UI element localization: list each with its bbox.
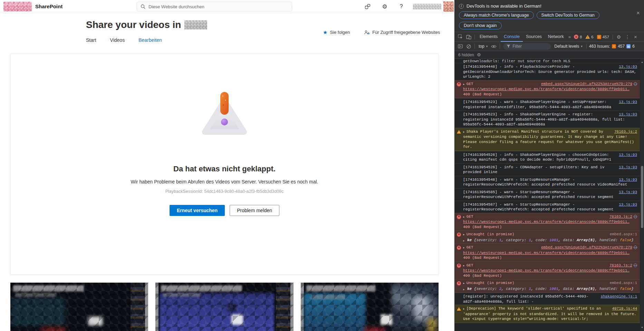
console-message[interactable]: !49719.js:44▶[Deprecation] The keyword '… — [455, 305, 640, 323]
video-thumbnail[interactable] — [10, 283, 148, 331]
tab-sources[interactable]: Sources — [523, 32, 545, 42]
expand-icon[interactable]: ▶ — [463, 82, 465, 86]
video-thumbnail[interactable] — [155, 283, 293, 331]
console-message[interactable]: ×embed.aspx:1▶Uncaught (in promise)▶ke {… — [455, 230, 640, 244]
issues-icon: ! — [612, 44, 616, 48]
request-url-link[interactable]: https://westeurope1-mediap.svc.ms/transf… — [463, 250, 637, 256]
expand-icon[interactable]: ▶ — [463, 238, 464, 244]
expand-icon[interactable]: ▶ — [463, 263, 465, 268]
expand-icon[interactable]: ▶ — [463, 246, 465, 250]
expand-icon[interactable]: ▶ — [463, 307, 465, 311]
error-count-badge[interactable]: × 8 — [574, 35, 582, 39]
source-link[interactable]: 76163.js:2 — [609, 263, 632, 268]
scrollbar-thumb[interactable] — [641, 166, 643, 228]
console-message[interactable]: ×76163.js:2▶GEThttps://westeurope1-media… — [455, 262, 640, 280]
source-link[interactable]: 13.js:93 — [619, 202, 637, 207]
source-link[interactable]: embed.aspx:1 — [610, 281, 637, 286]
source-link[interactable]: 13.js:93 — [619, 190, 637, 195]
expand-icon[interactable]: ▶ — [463, 215, 465, 219]
source-link[interactable]: embed.aspx?UniqueId=…af%22%3Atrue%7D:279 — [541, 82, 632, 87]
console-message: getDownloadUrls: filter out source for t… — [455, 59, 640, 63]
console-message: 13.js:93[1741613954587] - warn - Startup… — [455, 201, 640, 213]
expand-icon[interactable]: ▶ — [463, 233, 465, 237]
dont-show-again-button[interactable]: Don't show again — [459, 22, 502, 29]
follow-toggle[interactable]: ★ Sie folgen — [323, 30, 350, 35]
console-message[interactable]: ×embed.aspx?UniqueId=…af%22%3Atrue%7D:27… — [455, 80, 640, 98]
console-message[interactable]: !76163.js:2▶Shaka Player's internal Mani… — [455, 128, 640, 151]
nav-item-bearbeiten[interactable]: Bearbeiten — [138, 37, 162, 43]
source-link[interactable]: embed.aspx?UniqueId=…af%22%3Atrue%7D:279 — [541, 245, 632, 250]
live-expression-eye-icon[interactable] — [490, 42, 498, 50]
source-link[interactable]: 13.js:93 — [619, 165, 637, 170]
tab-console[interactable]: Console — [501, 32, 523, 42]
request-url-link[interactable]: https://westeurope1-mediap.svc.ms/transf… — [463, 219, 637, 225]
more-tabs-icon[interactable]: » — [567, 34, 572, 39]
request-url-link[interactable]: https://westeurope1-mediap.svc.ms/transf… — [463, 268, 637, 273]
shared-sites-link[interactable]: Für Zugriff freigegebene Websites — [364, 30, 440, 35]
report-problem-button[interactable]: Problem melden — [230, 205, 279, 216]
expand-icon[interactable]: ▶ — [463, 281, 465, 286]
console-scrollbar[interactable]: ▲ ▼ — [640, 59, 644, 331]
site-name-blurred — [184, 20, 207, 29]
status-text: 400 (Bad Request) — [463, 273, 637, 278]
console-message[interactable]: ×embed.aspx?UniqueId=…af%22%3Atrue%7D:27… — [455, 244, 640, 262]
issues-count-badge[interactable]: ! 457 — [597, 35, 609, 39]
request-url-link[interactable]: https://westeurope1-mediap.svc.ms/transf… — [463, 87, 637, 92]
console-message[interactable]: ×embed.aspx:1▶Uncaught (in promise)▶ke {… — [455, 279, 640, 293]
source-link[interactable]: 13.js:93 — [619, 112, 637, 117]
help-icon[interactable]: ? — [397, 3, 405, 10]
devtools-menu-icon[interactable]: ⋮ — [623, 34, 632, 40]
expand-icon[interactable]: ▶ — [463, 130, 465, 134]
issues-counter[interactable]: 463 Issues: ! 457 ▤ 6 — [589, 44, 635, 49]
filter-input[interactable] — [512, 44, 547, 49]
warning-count-badge[interactable]: ! 6 — [585, 35, 593, 39]
hidden-settings-gear-icon[interactable]: ⚙ — [477, 52, 481, 57]
context-selector[interactable]: top▾ — [477, 44, 490, 49]
settings-gear-icon[interactable]: ⚙ — [381, 3, 389, 10]
open-in-network-icon[interactable] — [634, 82, 637, 86]
screenshot-root: SharePoint ⚙ ? Share your videos in Star… — [0, 0, 644, 331]
clear-console-icon[interactable] — [464, 42, 473, 50]
device-toolbar-icon[interactable] — [464, 33, 473, 41]
video-player-card: Da hat etwas nicht geklappt. Wir haben P… — [10, 54, 439, 275]
inspect-element-icon[interactable] — [456, 33, 464, 41]
source-link[interactable]: 76163.js:2 — [614, 129, 637, 134]
source-link[interactable]: embed.aspx:1 — [610, 232, 637, 237]
scroll-down-icon[interactable]: ▼ — [640, 325, 644, 330]
switch-german-button[interactable]: Switch DevTools to German — [537, 11, 599, 19]
console-filter-box[interactable] — [503, 43, 551, 50]
source-link[interactable]: 13.js:93 — [619, 177, 637, 182]
open-in-network-icon[interactable] — [634, 264, 637, 267]
console-message[interactable]: ×76163.js:2▶GEThttps://westeurope1-media… — [455, 213, 640, 231]
source-link[interactable]: shakaengine.js:1 — [600, 294, 637, 299]
feedback-icon[interactable] — [363, 3, 372, 10]
devtools-settings-gear-icon[interactable]: ⚙ — [615, 33, 623, 41]
source-link[interactable]: 13.js:93 — [619, 152, 637, 158]
devtools-close-icon[interactable]: × — [632, 34, 639, 40]
hidden-count: 6 hidden — [458, 53, 474, 57]
log-levels-selector[interactable]: Default levels▾ — [552, 44, 585, 49]
source-link[interactable]: 49719.js:44 — [612, 306, 637, 311]
console-message: 13.js:93[1741613954523] - info - ShakaOn… — [455, 111, 640, 128]
infobar-close-icon[interactable]: × — [636, 10, 640, 17]
match-language-button[interactable]: Always match Chrome's language — [459, 11, 534, 19]
avatar[interactable] — [443, 1, 454, 12]
open-in-network-icon[interactable] — [634, 215, 637, 218]
retry-button[interactable]: Erneut versuchen — [170, 205, 225, 216]
source-link[interactable]: 13.js:93 — [619, 64, 637, 69]
expand-icon[interactable]: ▶ — [463, 287, 464, 292]
tab-network[interactable]: Network — [545, 32, 567, 42]
open-in-network-icon[interactable] — [634, 246, 637, 249]
source-link[interactable]: 13.js:93 — [619, 100, 637, 105]
source-link[interactable]: 76163.js:2 — [609, 214, 632, 219]
search-input[interactable] — [148, 4, 288, 9]
nav-item-start[interactable]: Start — [86, 37, 96, 43]
console-sidebar-icon[interactable] — [456, 42, 464, 50]
scroll-up-icon[interactable]: ▲ — [640, 60, 644, 65]
tab-elements[interactable]: Elements — [477, 32, 501, 42]
org-logo[interactable] — [3, 2, 32, 11]
video-thumbnail[interactable] — [301, 283, 439, 331]
error-icon: × — [457, 264, 461, 268]
site-search-box[interactable] — [137, 2, 292, 11]
nav-item-videos[interactable]: Videos — [110, 37, 125, 43]
